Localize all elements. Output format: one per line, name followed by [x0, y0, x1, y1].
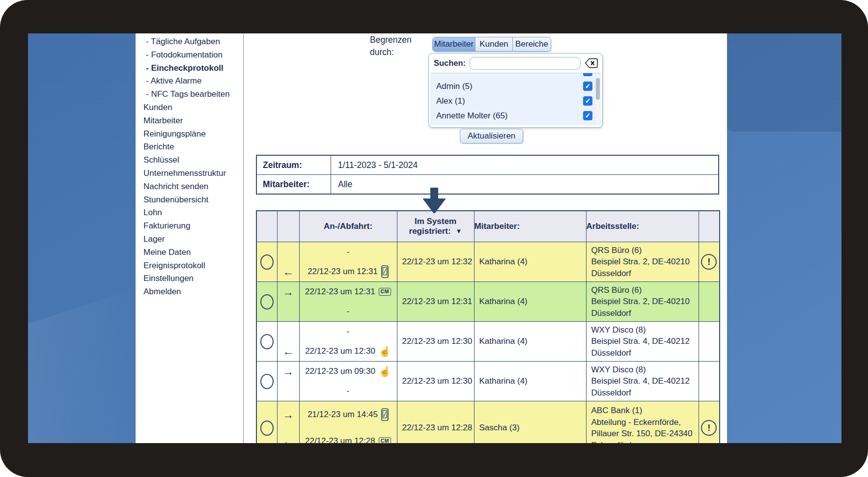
header-warning-column — [699, 211, 720, 242]
filter-item-label: Admin (5) — [436, 82, 473, 91]
header-im-system[interactable]: Im System registriert:▼ — [397, 211, 474, 242]
sidebar-item-3[interactable]: - Aktive Alarme — [136, 75, 243, 88]
row-radio-button[interactable] — [260, 334, 274, 349]
sidebar-item-8[interactable]: Berichte — [136, 140, 243, 154]
sidebar-divider — [243, 33, 244, 443]
mitarbeiter-name: Sascha (3) — [479, 423, 520, 433]
header-direction-column — [277, 211, 299, 242]
arbeitsstelle-line: Beispiel Stra. 2, DE-40210 — [591, 256, 697, 268]
sidebar-navigation: - Tägliche Aufgaben- Fotodokumentation- … — [136, 35, 243, 299]
filter-list-item-3[interactable]: Annette Molter (65)✓ — [430, 109, 601, 123]
sidebar-item-0[interactable]: - Tägliche Aufgaben — [136, 35, 243, 49]
filter-item-label: Alex (1) — [436, 96, 465, 106]
an-abfahrt-time: 22/12-23 um 09:30 — [305, 366, 375, 376]
arbeitsstelle-cell: ABC Bank (1)Abteilung - Eckernförde,Pill… — [587, 401, 699, 443]
an-abfahrt-cell: -22/12-23 um 12:30☝ — [300, 322, 397, 361]
an-abfahrt-cell: -22/12-23 um 12:31 — [300, 242, 397, 281]
checkin-protocol-table: An-/Abfahrt: Im System registriert:▼ Mit… — [256, 210, 720, 443]
mitarbeiter-cell: Sascha (3) — [475, 401, 586, 443]
arrow-right-icon: → — [282, 286, 294, 298]
sidebar-item-10[interactable]: Unternehmensstruktur — [136, 167, 243, 180]
arbeitsstelle-line: ABC Bank (1) — [591, 405, 697, 417]
search-input[interactable] — [470, 57, 581, 70]
mitarbeiter-name: Katharina (4) — [479, 257, 528, 267]
warning-icon: ! — [701, 420, 717, 436]
filter-list-item-2[interactable]: Alex (1)✓ — [430, 94, 601, 109]
sidebar-item-2[interactable]: - Eincheckprotokoll — [136, 62, 243, 75]
direction-cell: → — [278, 282, 299, 321]
filter-list-item-1[interactable]: Admin (5)✓ — [430, 79, 601, 94]
sidebar-item-17[interactable]: Ereignisprotokoll — [136, 259, 243, 273]
im-system-cell: 22/12-23 um 12:30 — [397, 362, 474, 401]
arbeitsstelle-line: WXY Disco (8) — [591, 324, 697, 336]
row-radio-button[interactable] — [260, 254, 274, 270]
direction-cell: ← — [278, 242, 299, 281]
sidebar-item-7[interactable]: Reinigungspläne — [136, 128, 243, 141]
sidebar-item-15[interactable]: Lager — [136, 233, 243, 246]
hand-pointer-icon: ☝ — [379, 366, 391, 376]
clear-search-icon[interactable] — [585, 58, 598, 68]
row-radio-button[interactable] — [260, 374, 274, 389]
sidebar-item-5[interactable]: Kunden — [136, 101, 243, 114]
sidebar-item-16[interactable]: Meine Daten — [136, 246, 243, 259]
mitarbeiter-name: Katharina (4) — [479, 297, 528, 307]
tab-kunden[interactable]: Kunden — [476, 37, 513, 51]
arbeitsstelle-line: Beispiel Stra. 4, DE-40212 — [591, 336, 697, 347]
table-row-2: ←-22/12-23 um 12:30☝22/12-23 um 12:30Kat… — [256, 322, 720, 362]
sidebar-item-12[interactable]: Stundenübersicht — [136, 194, 243, 207]
tab-bereiche[interactable]: Bereiche — [513, 37, 551, 51]
arrow-right-icon: → — [282, 409, 294, 421]
direction-cell: →← — [278, 401, 299, 443]
im-system-cell: 22/12-23 um 12:31 — [397, 282, 474, 321]
summary-row-mitarbeiter: Mitarbeiter: Alle — [257, 174, 718, 194]
mitarbeiter-cell: Katharina (4) — [475, 242, 586, 281]
arbeitsstelle-line: Beispiel Stra. 4, DE-40212 — [591, 375, 697, 387]
im-system-cell: 22/12-23 um 12:30 — [397, 322, 474, 361]
mitarbeiter-cell: Katharina (4) — [475, 282, 586, 321]
arbeitsstelle-line: Düsseldorf — [591, 347, 697, 359]
mitarbeiter-cell: Katharina (4) — [475, 362, 586, 401]
an-abfahrt-time: - — [347, 327, 350, 337]
sidebar-item-18[interactable]: Einstellungen — [136, 272, 243, 285]
row-radio-button[interactable] — [260, 294, 274, 309]
checked-checkbox[interactable]: ✓ — [583, 82, 592, 91]
checked-checkbox[interactable]: ✓ — [583, 96, 592, 106]
filter-tab-bar: Mitarbeiter Kunden Bereiche — [432, 37, 551, 52]
sidebar-item-1[interactable]: - Fotodokumentation — [136, 49, 243, 62]
tab-mitarbeiter[interactable]: Mitarbeiter — [433, 37, 476, 51]
arbeitsstelle-line: WXY Disco (8) — [591, 364, 697, 376]
direction-cell: ← — [278, 322, 299, 361]
list-scrollbar[interactable] — [596, 74, 600, 124]
sidebar-item-11[interactable]: Nachricht senden — [136, 180, 243, 194]
update-button[interactable]: Aktualisieren — [460, 129, 523, 143]
sidebar-item-13[interactable]: Lohn — [136, 206, 243, 220]
summary-table: Zeitraum: 1/11-2023 - 5/1-2024 Mitarbeit… — [256, 155, 719, 195]
scrollbar-thumb[interactable] — [596, 78, 600, 100]
mitarbeiter-cell: Katharina (4) — [475, 322, 586, 361]
sidebar-item-6[interactable]: Mitarbeiter — [136, 114, 243, 128]
sort-descending-icon[interactable]: ▼ — [456, 227, 462, 235]
an-abfahrt-cell: 21/12-23 um 14:4522/12-23 um 12:28CM — [300, 401, 397, 443]
table-row-3: →22/12-23 um 09:30☝-22/12-23 um 12:30Kat… — [256, 362, 720, 401]
sidebar-item-9[interactable]: Schlüssel — [136, 154, 243, 167]
sidebar-item-19[interactable]: Abmelden — [136, 285, 243, 299]
filter-list-item-4[interactable]: Ben (2)✓ — [430, 123, 601, 125]
sidebar-item-4[interactable]: - NFC Tags bearbeiten — [136, 88, 243, 101]
sidebar-item-14[interactable]: Fakturierung — [136, 220, 243, 233]
header-select-column — [256, 211, 277, 242]
im-system-time: 22/12-23 um 12:32 — [402, 257, 473, 267]
table-row-0: ←-22/12-23 um 12:3122/12-23 um 12:32Kath… — [256, 242, 720, 282]
header-arbeitsstelle: Arbeitsstelle: — [586, 211, 699, 242]
checked-checkbox[interactable]: ✓ — [583, 111, 592, 120]
employee-filter-list: ✓Admin (5)✓Alex (1)✓Annette Molter (65)✓… — [430, 73, 601, 125]
row-radio-button[interactable] — [260, 421, 274, 436]
checked-checkbox[interactable]: ✓ — [583, 73, 592, 76]
an-abfahrt-time: 21/12-23 um 14:45 — [308, 410, 378, 420]
filter-list-item-0[interactable]: ✓ — [430, 73, 601, 79]
arrow-left-icon: ← — [282, 346, 294, 357]
direction-cell: → — [278, 362, 299, 401]
arbeitsstelle-line: Eckernförde — [591, 440, 697, 444]
an-abfahrt-time: 22/12-23 um 12:28 — [305, 436, 375, 443]
im-system-time: 22/12-23 um 12:30 — [402, 337, 473, 346]
arbeitsstelle-line: Pillauer Str. 150, DE-24340 — [591, 428, 697, 440]
